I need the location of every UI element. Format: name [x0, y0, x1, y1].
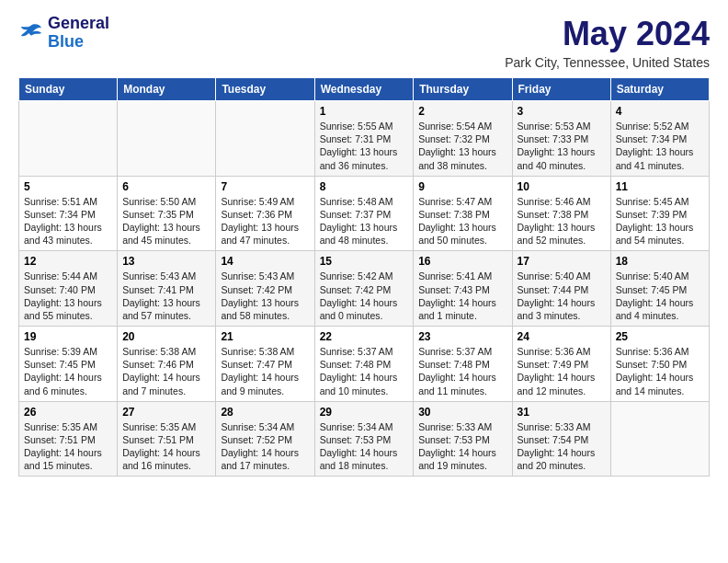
day-number: 10 — [518, 180, 606, 193]
table-row: 8Sunrise: 5:48 AM Sunset: 7:37 PM Daylig… — [314, 176, 414, 251]
table-row: 10Sunrise: 5:46 AM Sunset: 7:38 PM Dayli… — [512, 176, 610, 251]
day-number: 16 — [418, 255, 506, 268]
day-content: Sunrise: 5:43 AM Sunset: 7:42 PM Dayligh… — [221, 270, 309, 322]
table-row: 7Sunrise: 5:49 AM Sunset: 7:36 PM Daylig… — [216, 176, 314, 251]
day-content: Sunrise: 5:50 AM Sunset: 7:35 PM Dayligh… — [122, 195, 210, 247]
day-number: 30 — [418, 406, 506, 419]
day-content: Sunrise: 5:54 AM Sunset: 7:32 PM Dayligh… — [418, 120, 506, 172]
header-friday: Friday — [512, 78, 610, 101]
day-content: Sunrise: 5:49 AM Sunset: 7:36 PM Dayligh… — [221, 195, 309, 247]
day-number: 27 — [122, 406, 210, 419]
calendar-week-row: 5Sunrise: 5:51 AM Sunset: 7:34 PM Daylig… — [19, 176, 710, 251]
day-content: Sunrise: 5:40 AM Sunset: 7:45 PM Dayligh… — [616, 270, 704, 322]
header-wednesday: Wednesday — [314, 78, 414, 101]
title-block: May 2024 Park City, Tennessee, United St… — [505, 15, 710, 70]
day-content: Sunrise: 5:34 AM Sunset: 7:53 PM Dayligh… — [320, 420, 409, 473]
day-content: Sunrise: 5:46 AM Sunset: 7:38 PM Dayligh… — [518, 195, 606, 247]
day-content: Sunrise: 5:37 AM Sunset: 7:48 PM Dayligh… — [320, 345, 409, 397]
day-number: 14 — [221, 255, 309, 268]
table-row: 23Sunrise: 5:37 AM Sunset: 7:48 PM Dayli… — [414, 327, 512, 402]
table-row: 3Sunrise: 5:53 AM Sunset: 7:33 PM Daylig… — [512, 101, 610, 177]
day-number: 15 — [320, 255, 409, 268]
day-content: Sunrise: 5:36 AM Sunset: 7:50 PM Dayligh… — [616, 345, 704, 397]
calendar-week-row: 12Sunrise: 5:44 AM Sunset: 7:40 PM Dayli… — [19, 251, 710, 327]
day-number: 17 — [518, 255, 606, 268]
table-row: 5Sunrise: 5:51 AM Sunset: 7:34 PM Daylig… — [19, 176, 118, 251]
header-sunday: Sunday — [19, 78, 118, 101]
table-row: 13Sunrise: 5:43 AM Sunset: 7:41 PM Dayli… — [118, 251, 216, 327]
table-row: 27Sunrise: 5:35 AM Sunset: 7:51 PM Dayli… — [118, 401, 216, 477]
table-row — [19, 101, 118, 177]
day-number: 25 — [616, 330, 704, 343]
day-number: 6 — [122, 180, 210, 193]
header-monday: Monday — [118, 78, 216, 101]
day-number: 24 — [518, 330, 606, 343]
table-row: 15Sunrise: 5:42 AM Sunset: 7:42 PM Dayli… — [314, 251, 414, 327]
table-row: 20Sunrise: 5:38 AM Sunset: 7:46 PM Dayli… — [118, 327, 216, 402]
day-content: Sunrise: 5:37 AM Sunset: 7:48 PM Dayligh… — [418, 345, 506, 397]
day-number: 23 — [418, 330, 506, 343]
day-number: 26 — [24, 406, 112, 419]
logo: GeneralBlue — [18, 15, 109, 52]
table-row: 30Sunrise: 5:33 AM Sunset: 7:53 PM Dayli… — [414, 401, 512, 477]
day-content: Sunrise: 5:39 AM Sunset: 7:45 PM Dayligh… — [24, 345, 112, 397]
header-tuesday: Tuesday — [216, 78, 314, 101]
table-row: 17Sunrise: 5:40 AM Sunset: 7:44 PM Dayli… — [512, 251, 610, 327]
day-number: 31 — [518, 406, 606, 419]
day-content: Sunrise: 5:41 AM Sunset: 7:43 PM Dayligh… — [418, 270, 506, 322]
calendar-header-row: Sunday Monday Tuesday Wednesday Thursday… — [19, 78, 710, 101]
table-row: 16Sunrise: 5:41 AM Sunset: 7:43 PM Dayli… — [414, 251, 512, 327]
month-title: May 2024 — [505, 15, 710, 53]
day-number: 29 — [320, 406, 409, 419]
table-row: 19Sunrise: 5:39 AM Sunset: 7:45 PM Dayli… — [19, 327, 118, 402]
day-content: Sunrise: 5:38 AM Sunset: 7:46 PM Dayligh… — [122, 345, 210, 397]
table-row: 24Sunrise: 5:36 AM Sunset: 7:49 PM Dayli… — [512, 327, 610, 402]
table-row: 6Sunrise: 5:50 AM Sunset: 7:35 PM Daylig… — [118, 176, 216, 251]
day-number: 9 — [418, 180, 506, 193]
table-row: 14Sunrise: 5:43 AM Sunset: 7:42 PM Dayli… — [216, 251, 314, 327]
day-number: 8 — [320, 180, 409, 193]
table-row — [610, 401, 709, 477]
day-content: Sunrise: 5:34 AM Sunset: 7:52 PM Dayligh… — [221, 420, 309, 473]
header-saturday: Saturday — [610, 78, 709, 101]
day-content: Sunrise: 5:48 AM Sunset: 7:37 PM Dayligh… — [320, 195, 409, 247]
table-row: 2Sunrise: 5:54 AM Sunset: 7:32 PM Daylig… — [414, 101, 512, 177]
day-content: Sunrise: 5:35 AM Sunset: 7:51 PM Dayligh… — [24, 420, 112, 473]
day-content: Sunrise: 5:33 AM Sunset: 7:53 PM Dayligh… — [418, 420, 506, 473]
day-number: 2 — [418, 105, 506, 118]
day-number: 5 — [24, 180, 112, 193]
day-number: 28 — [221, 406, 309, 419]
day-content: Sunrise: 5:43 AM Sunset: 7:41 PM Dayligh… — [122, 270, 210, 322]
page-header: GeneralBlue May 2024 Park City, Tennesse… — [18, 15, 710, 70]
day-content: Sunrise: 5:40 AM Sunset: 7:44 PM Dayligh… — [518, 270, 606, 322]
day-content: Sunrise: 5:44 AM Sunset: 7:40 PM Dayligh… — [24, 270, 112, 322]
location: Park City, Tennessee, United States — [505, 55, 710, 70]
table-row: 12Sunrise: 5:44 AM Sunset: 7:40 PM Dayli… — [19, 251, 118, 327]
header-thursday: Thursday — [414, 78, 512, 101]
day-number: 12 — [24, 255, 112, 268]
table-row: 31Sunrise: 5:33 AM Sunset: 7:54 PM Dayli… — [512, 401, 610, 477]
day-number: 21 — [221, 330, 309, 343]
day-number: 19 — [24, 330, 112, 343]
table-row — [216, 101, 314, 177]
day-number: 22 — [320, 330, 409, 343]
table-row: 18Sunrise: 5:40 AM Sunset: 7:45 PM Dayli… — [610, 251, 709, 327]
calendar-week-row: 19Sunrise: 5:39 AM Sunset: 7:45 PM Dayli… — [19, 327, 710, 402]
day-number: 7 — [221, 180, 309, 193]
day-content: Sunrise: 5:42 AM Sunset: 7:42 PM Dayligh… — [320, 270, 409, 322]
table-row: 29Sunrise: 5:34 AM Sunset: 7:53 PM Dayli… — [314, 401, 414, 477]
table-row: 21Sunrise: 5:38 AM Sunset: 7:47 PM Dayli… — [216, 327, 314, 402]
day-content: Sunrise: 5:47 AM Sunset: 7:38 PM Dayligh… — [418, 195, 506, 247]
table-row: 11Sunrise: 5:45 AM Sunset: 7:39 PM Dayli… — [610, 176, 709, 251]
day-content: Sunrise: 5:53 AM Sunset: 7:33 PM Dayligh… — [518, 120, 606, 172]
day-content: Sunrise: 5:35 AM Sunset: 7:51 PM Dayligh… — [122, 420, 210, 473]
calendar-week-row: 1Sunrise: 5:55 AM Sunset: 7:31 PM Daylig… — [19, 101, 710, 177]
day-number: 1 — [320, 105, 409, 118]
table-row: 28Sunrise: 5:34 AM Sunset: 7:52 PM Dayli… — [216, 401, 314, 477]
day-content: Sunrise: 5:33 AM Sunset: 7:54 PM Dayligh… — [518, 420, 606, 473]
day-content: Sunrise: 5:51 AM Sunset: 7:34 PM Dayligh… — [24, 195, 112, 247]
day-content: Sunrise: 5:52 AM Sunset: 7:34 PM Dayligh… — [616, 120, 704, 172]
day-content: Sunrise: 5:45 AM Sunset: 7:39 PM Dayligh… — [616, 195, 704, 247]
day-number: 13 — [122, 255, 210, 268]
day-number: 4 — [616, 105, 704, 118]
